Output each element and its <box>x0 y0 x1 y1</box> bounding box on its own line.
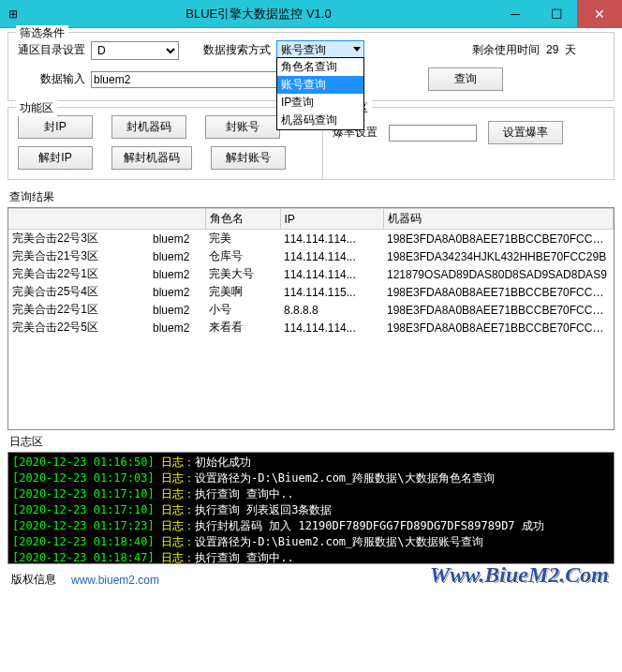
table-row[interactable]: 完美合击22号1区bluem2完美大号114.114.114...121879O… <box>8 265 614 283</box>
ban-ip-button[interactable]: 封IP <box>18 115 93 139</box>
dropdown-opt[interactable]: 机器码查询 <box>277 112 363 129</box>
rate-group: 爆率区 爆率设置 设置爆率 <box>322 107 615 180</box>
rate-input[interactable] <box>389 125 477 142</box>
window-title: BLUE引擎大数据监控 V1.0 <box>22 6 495 22</box>
remaining-label: 剩余使用时间 29 天 <box>472 42 576 58</box>
filter-group: 筛选条件 通区目录设置 D 数据搜索方式 账号查询 角色名查询 账号查询 IP查… <box>7 32 615 101</box>
dropdown-opt[interactable]: 账号查询 <box>277 76 363 94</box>
maximize-button[interactable]: ☐ <box>536 0 577 28</box>
dropdown-opt[interactable]: 角色名查询 <box>277 58 363 76</box>
copyright-label: 版权信息 <box>11 572 56 588</box>
log-area[interactable]: [2020-12-23 01:16:50] 日志：初始化成功[2020-12-2… <box>7 452 615 564</box>
table-row[interactable]: 完美合击25号4区bluem2完美啊114.114.115...198E3FDA… <box>8 283 614 301</box>
log-line: [2020-12-23 01:18:40] 日志：设置路径为-D:\Biuem2… <box>12 534 610 550</box>
table-row[interactable]: 完美合击22号3区bluem2完美114.114.114...198E3FDA8… <box>8 230 614 248</box>
table-row[interactable]: 完美合击22号1区bluem2小号8.8.8.8198E3FDA8A0B8AEE… <box>8 301 614 319</box>
unban-mc-button[interactable]: 解封机器码 <box>111 146 192 170</box>
ban-mc-button[interactable]: 封机器码 <box>111 115 186 139</box>
log-line: [2020-12-23 01:16:50] 日志：初始化成功 <box>12 455 610 470</box>
col-role[interactable]: 角色名 <box>205 209 280 230</box>
dir-label: 通区目录设置 <box>18 42 85 58</box>
unban-acc-button[interactable]: 解封账号 <box>211 146 286 170</box>
unban-ip-button[interactable]: 解封IP <box>18 146 93 170</box>
dropdown-opt[interactable]: IP查询 <box>277 94 363 112</box>
log-line: [2020-12-23 01:17:10] 日志：执行查询 列表返回3条数据 <box>12 502 610 518</box>
query-button[interactable]: 查询 <box>428 67 503 91</box>
table-row[interactable]: 完美合击22号5区bluem2来看看114.114.114...198E3FDA… <box>8 319 614 336</box>
searchtype-label: 数据搜索方式 <box>190 42 271 58</box>
dir-select[interactable]: D <box>91 41 179 60</box>
input-label: 数据输入 <box>18 71 85 87</box>
table-row[interactable]: 完美合击21号3区bluem2仓库号114.114.114...198E3FDA… <box>8 247 614 265</box>
log-line: [2020-12-23 01:17:03] 日志：设置路径为-D:\Biuem2… <box>12 470 610 486</box>
col-mc[interactable]: 机器码 <box>383 209 614 230</box>
footer-link[interactable]: www.biuem2.com <box>71 574 159 587</box>
rate-button[interactable]: 设置爆率 <box>488 121 563 144</box>
footer: 版权信息 www.biuem2.com Www.BiueM2.Com <box>7 564 615 590</box>
ban-acc-button[interactable]: 封账号 <box>205 115 280 139</box>
watermark: Www.BiueM2.Com <box>430 562 609 588</box>
func-legend: 功能区 <box>16 100 57 116</box>
minimize-button[interactable]: ─ <box>495 0 536 28</box>
titlebar: ⊞ BLUE引擎大数据监控 V1.0 ─ ☐ ✕ <box>0 0 622 28</box>
col-ip[interactable]: IP <box>280 209 383 230</box>
log-legend: 日志区 <box>9 434 615 450</box>
log-line: [2020-12-23 01:17:10] 日志：执行查询 查询中.. <box>12 486 610 502</box>
app-icon: ⊞ <box>4 7 22 21</box>
results-legend: 查询结果 <box>9 189 615 205</box>
searchtype-dropdown: 角色名查询 账号查询 IP查询 机器码查询 <box>276 57 364 130</box>
results-table[interactable]: 角色名 IP 机器码 完美合击22号3区bluem2完美114.114.114.… <box>7 207 615 430</box>
filter-legend: 筛选条件 <box>16 25 68 41</box>
log-line: [2020-12-23 01:17:23] 日志：执行封机器码 加入 12190… <box>12 518 610 534</box>
col-blank[interactable] <box>8 209 205 230</box>
close-button[interactable]: ✕ <box>577 0 622 28</box>
